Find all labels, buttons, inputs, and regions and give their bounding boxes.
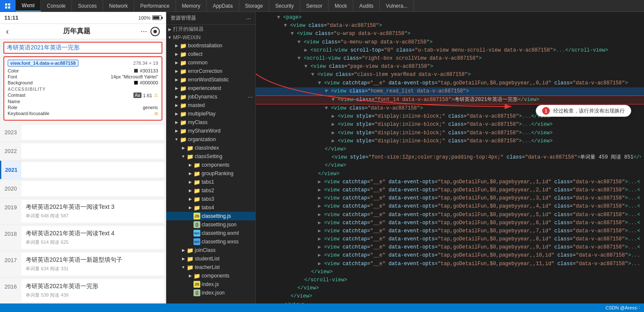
code-text: ▼ <view class="font_14 data-v-ac887158">… bbox=[332, 96, 641, 104]
record-button[interactable] bbox=[150, 27, 160, 36]
selected-title-bar: 考研英语2021年英语一完形 bbox=[3, 42, 162, 54]
folder-bootInstallation[interactable]: ▶ 📁 bootInstallation bbox=[166, 41, 255, 50]
list-item[interactable]: 2018 考研英语2021年英语一阅读Text 4 单词量 614 阅读 625 bbox=[0, 225, 166, 251]
file-classSetting-wxml[interactable]: WX classetting.wxml bbox=[166, 229, 255, 237]
folder-groupRanking[interactable]: ▶ 📁 groupRanking bbox=[166, 169, 255, 178]
mp-weixin-section[interactable]: ▼ MP-WEIXIN bbox=[166, 34, 255, 41]
folder-tabs3[interactable]: ▶ 📁 tabs3 bbox=[166, 195, 255, 203]
folder-collect[interactable]: ▶ 📁 collect bbox=[166, 50, 255, 58]
tab-appdata[interactable]: AppData bbox=[207, 0, 239, 12]
open-editors-label: 打开的编辑器 bbox=[173, 26, 204, 33]
tab-vulnera[interactable]: Vulnera... bbox=[380, 0, 414, 12]
tab-sensor[interactable]: Sensor bbox=[300, 0, 329, 12]
folder-classIndex[interactable]: ▶ 📁 classIndex bbox=[166, 144, 255, 152]
folder-label: teacherList bbox=[195, 264, 220, 270]
folder-label: myShareWord bbox=[188, 128, 220, 134]
list-item[interactable]: 2021 bbox=[0, 161, 166, 179]
code-text: ▼ <view class="class-item yearRead data-… bbox=[311, 71, 641, 79]
code-text: ▶ <view catchtap="__e" data-event-opts="… bbox=[318, 260, 641, 268]
folder-multiplePlay[interactable]: ▶ 📁 multiplePlay bbox=[166, 110, 255, 118]
folder-icon: 📁 bbox=[193, 162, 200, 168]
folder-label: errorWordStatistic bbox=[188, 77, 229, 83]
folder-label: common bbox=[188, 60, 208, 66]
tab-icon[interactable] bbox=[0, 0, 16, 12]
battery-fill bbox=[153, 16, 159, 19]
folder-tabs4[interactable]: ▶ 📁 tabs4 bbox=[166, 203, 255, 212]
role-value: generic bbox=[143, 105, 158, 110]
file-classSetting-wxss[interactable]: WX classetting.wxss bbox=[166, 237, 255, 246]
folder-label: classSetting bbox=[195, 153, 222, 159]
file-panel-more[interactable]: ··· bbox=[246, 15, 251, 22]
folder-teacherList[interactable]: ▼ 📁 teacherList bbox=[166, 263, 255, 272]
tab-storage[interactable]: Storage bbox=[239, 0, 269, 12]
list-item[interactable]: 2022 bbox=[0, 142, 166, 161]
code-line: ▶ <view catchtap="__e" data-event-opts="… bbox=[256, 194, 644, 202]
file-index-json[interactable]: {} index.json bbox=[166, 289, 255, 297]
code-line: ▼ <view class="u-menu-wrap data-v-ac8871… bbox=[256, 38, 644, 46]
tab-sources[interactable]: Sources bbox=[72, 0, 103, 12]
tab-console[interactable]: Console bbox=[41, 0, 72, 12]
year-content-2016: 考研英语2021年英语一完形 单词量 539 阅读 439 bbox=[21, 279, 164, 302]
file-classSetting-json[interactable]: {} classetting.json bbox=[166, 220, 255, 229]
tab-memory[interactable]: Memory bbox=[176, 0, 207, 12]
tab-performance[interactable]: Performance bbox=[134, 0, 176, 12]
list-item[interactable]: 2017 考研英语2021年英语一新题型填句子 单词量 634 阅读 331 bbox=[0, 251, 166, 277]
code-line: <view style="font-size:12px;color:gray;p… bbox=[256, 153, 644, 162]
file-classSetting-js[interactable]: JS classetting.js bbox=[166, 212, 255, 220]
year-content-2017: 考研英语2021年英语一新题型填句子 单词量 634 阅读 331 bbox=[21, 253, 164, 275]
folder-tabs2[interactable]: ▶ 📁 tabs2 bbox=[166, 186, 255, 195]
battery-percent: 100% bbox=[139, 15, 150, 20]
folder-label: studentList bbox=[195, 256, 219, 262]
folder-experiencetest[interactable]: ▶ 📁 experiencetest bbox=[166, 84, 255, 92]
back-button[interactable]: ‹ bbox=[6, 26, 9, 36]
folder-label: myClass bbox=[188, 119, 208, 125]
svg-rect-2 bbox=[5, 6, 7, 9]
folder-errorWordStatistic[interactable]: ▶ 📁 errorWordStatistic bbox=[166, 75, 255, 84]
tab-mock[interactable]: Mock bbox=[329, 0, 353, 12]
tooltip-box: view.font_14.data-v-ac887158 278.34 × 19… bbox=[3, 56, 162, 121]
folder-common[interactable]: ▶ 📁 common bbox=[166, 58, 255, 67]
code-line: ▼ <scroll-view class="right-box scrollVi… bbox=[256, 55, 644, 63]
dots-button[interactable]: ··· bbox=[248, 93, 253, 100]
folder-errorCorrection[interactable]: ▶ 📁 errorCorrection bbox=[166, 67, 255, 75]
folder-myShareWord[interactable]: ▶ 📁 myShareWord bbox=[166, 127, 255, 135]
folder-myClass[interactable]: ▶ 📁 myClass bbox=[166, 118, 255, 127]
year-label-2019: 2019 bbox=[0, 198, 21, 224]
file-index-js[interactable]: JS index.js bbox=[166, 280, 255, 289]
folder-components[interactable]: ▶ 📁 components bbox=[166, 161, 255, 169]
code-text: </view> bbox=[291, 292, 641, 300]
list-item[interactable]: 2019 考研英语2021年英语一阅读Text 3 单词量 648 阅读 587 bbox=[0, 198, 166, 225]
file-panel-title: 资源管理器 bbox=[170, 14, 196, 22]
tab-audits[interactable]: Audits bbox=[353, 0, 380, 12]
folder-joinClass[interactable]: ▶ 📁 joinClass bbox=[166, 246, 255, 254]
folder-components-teacher[interactable]: ▶ 📁 components bbox=[166, 272, 255, 280]
warn-icon: ⚠ bbox=[154, 92, 158, 98]
tab-security[interactable]: Security bbox=[269, 0, 300, 12]
folder-icon: 📁 bbox=[193, 196, 200, 202]
contrast-num: 1.61 bbox=[143, 93, 152, 98]
folder-masted[interactable]: ▶ 📁 masted bbox=[166, 101, 255, 110]
code-text: ▼ <scroll-view class="right-box scrollVi… bbox=[297, 55, 641, 63]
item-title: 考研英语2021年英语一阅读Text 3 bbox=[26, 203, 160, 211]
open-editors-section[interactable]: ▶ 打开的编辑器 bbox=[166, 25, 255, 34]
tab-wxml[interactable]: Wxml bbox=[16, 0, 41, 12]
contrast-box: Aa bbox=[133, 92, 141, 98]
folder-studentList[interactable]: ▶ 📁 studentList bbox=[166, 254, 255, 263]
folder-classSetting[interactable]: ▼ 📁 classSetting bbox=[166, 152, 255, 161]
folder-organization[interactable]: ▼ 📁 organization bbox=[166, 135, 255, 144]
code-text: ▶ <view style="display:inline-block;" cl… bbox=[332, 137, 641, 145]
list-item[interactable]: 2020 bbox=[0, 179, 166, 198]
more-button[interactable]: ··· bbox=[141, 27, 147, 36]
folder-label: joinClass bbox=[195, 247, 216, 253]
bg-hex: #000000 bbox=[140, 80, 158, 85]
folder-label: collect bbox=[188, 51, 202, 57]
list-item[interactable]: 2023 bbox=[0, 123, 166, 142]
code-line: ▼ <page> bbox=[256, 14, 644, 22]
tab-network[interactable]: Network bbox=[103, 0, 134, 12]
folder-jobDynamics[interactable]: ▶ 📁 jobDynamics ··· bbox=[166, 92, 255, 101]
wxss-icon: WX bbox=[193, 238, 200, 245]
code-text: </view> bbox=[318, 170, 641, 178]
annotation-text: 经过检查，该行并没有出现换行 bbox=[553, 107, 625, 115]
list-item[interactable]: 2016 考研英语2021年英语一完形 单词量 539 阅读 439 bbox=[0, 277, 166, 303]
folder-tabs1[interactable]: ▶ 📁 tabs1 bbox=[166, 178, 255, 186]
